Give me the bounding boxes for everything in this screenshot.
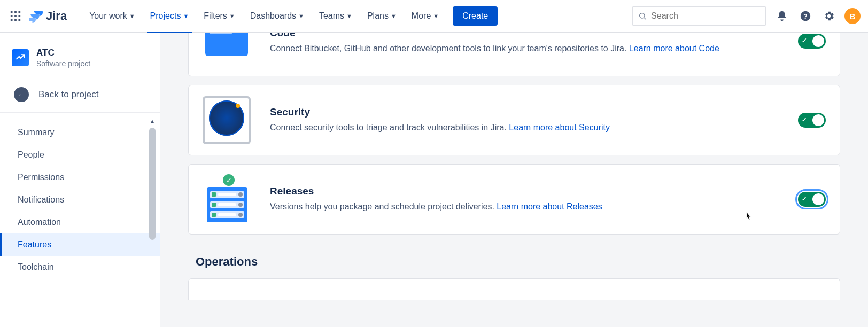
svg-rect-5 bbox=[19, 15, 21, 17]
feature-desc: Connect security tools to triage and tra… bbox=[270, 121, 779, 134]
operations-card-partial bbox=[188, 278, 840, 300]
scroll-thumb[interactable] bbox=[149, 128, 156, 240]
sidebar-item-permissions[interactable]: Permissions bbox=[0, 166, 160, 189]
chevron-down-icon: ▼ bbox=[183, 13, 189, 19]
sidebar-scrollbar[interactable]: ▲ bbox=[149, 118, 156, 300]
main-content: Code Connect Bitbucket, GitHub and other… bbox=[160, 33, 868, 327]
sidebar-item-features[interactable]: Features bbox=[0, 233, 160, 256]
releases-feature-icon: ✓ bbox=[203, 175, 251, 223]
settings-icon[interactable] bbox=[821, 8, 837, 24]
create-button[interactable]: Create bbox=[453, 6, 498, 26]
svg-rect-6 bbox=[11, 19, 13, 21]
learn-more-releases[interactable]: Learn more about Releases bbox=[497, 202, 602, 211]
search-icon bbox=[638, 11, 647, 21]
svg-rect-7 bbox=[14, 19, 17, 21]
nav-right: ? B bbox=[632, 6, 861, 26]
back-label: Back to project bbox=[38, 89, 98, 100]
nav-projects[interactable]: Projects▼ bbox=[144, 0, 196, 33]
jira-logo[interactable]: Jira bbox=[29, 9, 67, 23]
operations-section-title: Operations bbox=[196, 255, 840, 269]
chevron-down-icon: ▼ bbox=[391, 13, 397, 19]
sidebar-scroll: Summary People Permissions Notifications… bbox=[0, 118, 160, 300]
sidebar-item-toolchain[interactable]: Toolchain bbox=[0, 256, 160, 278]
feature-card-releases: ✓ Releases Versions help you package and… bbox=[188, 164, 840, 235]
nav-your-work[interactable]: Your work▼ bbox=[83, 0, 141, 33]
chevron-down-icon: ▼ bbox=[346, 13, 352, 19]
sidebar-item-automation[interactable]: Automation bbox=[0, 211, 160, 233]
nav-filters[interactable]: Filters▼ bbox=[197, 0, 241, 33]
svg-rect-3 bbox=[11, 15, 13, 17]
svg-rect-2 bbox=[19, 11, 21, 13]
learn-more-security[interactable]: Learn more about Security bbox=[509, 123, 610, 132]
project-name: ATC bbox=[36, 48, 90, 58]
back-arrow-icon: ← bbox=[14, 87, 29, 102]
back-to-project[interactable]: ← Back to project bbox=[0, 82, 160, 112]
nav-left: Jira Your work▼ Projects▼ Filters▼ Dashb… bbox=[7, 0, 498, 33]
scroll-up-icon[interactable]: ▲ bbox=[149, 118, 156, 124]
jira-logo-icon bbox=[29, 9, 43, 23]
product-name: Jira bbox=[46, 9, 67, 23]
divider bbox=[0, 112, 160, 113]
svg-text:?: ? bbox=[803, 12, 808, 20]
feature-title: Releases bbox=[270, 185, 779, 197]
feature-card-security: Security Connect security tools to triag… bbox=[188, 85, 840, 155]
sidebar: ATC Software project ← Back to project S… bbox=[0, 33, 160, 327]
feature-desc: Versions help you package and schedule p… bbox=[270, 200, 779, 213]
nav-plans[interactable]: Plans▼ bbox=[361, 0, 403, 33]
top-nav: Jira Your work▼ Projects▼ Filters▼ Dashb… bbox=[0, 0, 868, 33]
project-type: Software project bbox=[36, 59, 90, 68]
toggle-security[interactable]: ✓ bbox=[798, 113, 826, 128]
notifications-icon[interactable] bbox=[774, 8, 790, 24]
chevron-down-icon: ▼ bbox=[433, 13, 439, 19]
code-feature-icon bbox=[203, 33, 251, 65]
nav-dashboards[interactable]: Dashboards▼ bbox=[244, 0, 311, 33]
toggle-code[interactable]: ✓ bbox=[798, 34, 826, 49]
user-avatar[interactable]: B bbox=[844, 8, 861, 24]
body: ATC Software project ← Back to project S… bbox=[0, 33, 868, 327]
svg-point-9 bbox=[640, 13, 645, 18]
toggle-releases[interactable]: ✓ bbox=[798, 192, 826, 207]
sidebar-item-summary[interactable]: Summary bbox=[0, 121, 160, 144]
chevron-down-icon: ▼ bbox=[229, 13, 235, 19]
svg-rect-1 bbox=[14, 11, 17, 13]
search-box[interactable] bbox=[632, 6, 766, 26]
feature-title: Security bbox=[270, 106, 779, 118]
chevron-down-icon: ▼ bbox=[129, 13, 135, 19]
nav-teams[interactable]: Teams▼ bbox=[313, 0, 359, 33]
svg-rect-4 bbox=[14, 15, 17, 17]
feature-title: Code bbox=[270, 33, 779, 39]
feature-card-code: Code Connect Bitbucket, GitHub and other… bbox=[188, 33, 840, 76]
project-icon bbox=[12, 49, 29, 66]
feature-desc: Connect Bitbucket, GitHub and other deve… bbox=[270, 42, 779, 55]
security-feature-icon bbox=[203, 96, 251, 144]
help-icon[interactable]: ? bbox=[797, 8, 813, 24]
svg-line-10 bbox=[644, 18, 646, 19]
search-input[interactable] bbox=[651, 11, 760, 21]
svg-rect-0 bbox=[11, 11, 13, 13]
project-header: ATC Software project bbox=[0, 48, 160, 82]
chevron-down-icon: ▼ bbox=[298, 13, 304, 19]
sidebar-list: Summary People Permissions Notifications… bbox=[0, 118, 160, 278]
nav-more[interactable]: More▼ bbox=[405, 0, 445, 33]
sidebar-item-people[interactable]: People bbox=[0, 144, 160, 166]
sidebar-item-notifications[interactable]: Notifications bbox=[0, 189, 160, 211]
app-switcher-icon[interactable] bbox=[7, 8, 24, 24]
svg-rect-8 bbox=[19, 19, 21, 21]
learn-more-code[interactable]: Learn more about Code bbox=[629, 44, 719, 53]
